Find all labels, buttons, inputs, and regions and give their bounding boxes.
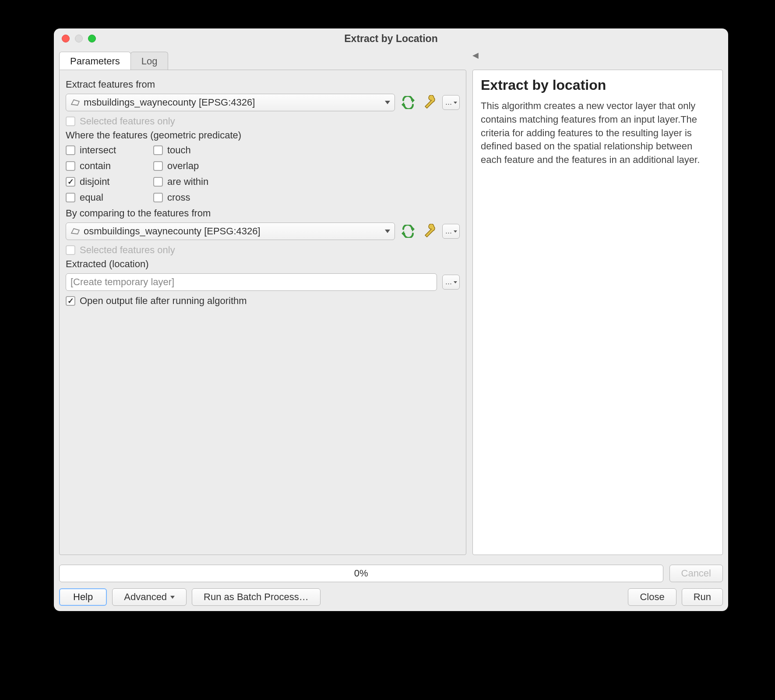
checkbox[interactable] <box>66 177 75 187</box>
checkbox-label: contain <box>80 160 111 172</box>
svg-marker-4 <box>412 226 415 232</box>
zoom-window-button[interactable] <box>88 35 96 42</box>
chevron-down-icon <box>385 230 390 233</box>
refresh-icon <box>401 225 416 238</box>
checkbox-label: disjoint <box>80 176 109 187</box>
upper-panes: Parameters Log Extract features from msb… <box>59 49 723 555</box>
selected-features-only-2: Selected features only <box>66 244 460 256</box>
refresh-icon <box>401 96 416 109</box>
checkbox-label: overlap <box>167 160 199 172</box>
selected-features-only-1: Selected features only <box>66 116 460 127</box>
output-placeholder: [Create temporary layer] <box>70 276 174 288</box>
checkbox-label: Selected features only <box>80 116 175 127</box>
checkbox <box>66 117 75 126</box>
chevron-down-icon <box>170 596 175 599</box>
checkbox[interactable] <box>153 145 163 155</box>
predicate-equal[interactable]: equal <box>66 192 136 203</box>
checkbox-label: touch <box>167 145 191 156</box>
checkbox <box>66 245 75 255</box>
checkbox[interactable] <box>66 145 75 155</box>
dialog-window: Extract by Location Parameters Log Extra… <box>54 28 728 611</box>
checkbox[interactable] <box>66 193 75 202</box>
predicate-label: Where the features (geometric predicate) <box>66 130 460 141</box>
iterate-features-button[interactable] <box>400 223 416 239</box>
svg-marker-3 <box>71 229 79 234</box>
run-batch-button[interactable]: Run as Batch Process… <box>192 588 321 606</box>
output-path-input[interactable]: [Create temporary layer] <box>66 273 437 291</box>
ellipsis-icon: … <box>445 278 452 286</box>
checkbox[interactable] <box>66 161 75 171</box>
compare-browse-button[interactable]: … <box>442 224 460 239</box>
checkbox-label: cross <box>167 192 190 203</box>
chevron-down-icon <box>454 230 457 233</box>
svg-marker-5 <box>402 231 404 236</box>
tab-bar: Parameters Log <box>59 49 466 70</box>
progress-bar: 0% <box>59 565 663 582</box>
wrench-icon <box>422 95 437 110</box>
run-button[interactable]: Run <box>682 588 723 606</box>
extract-from-value: msbuildings_waynecounty [EPSG:4326] <box>84 97 255 108</box>
svg-marker-0 <box>71 100 79 105</box>
help-button[interactable]: Help <box>59 588 107 606</box>
ellipsis-icon: … <box>445 99 452 106</box>
advanced-options-button[interactable] <box>421 95 437 110</box>
cancel-button: Cancel <box>669 565 723 582</box>
predicate-overlap[interactable]: overlap <box>153 160 241 172</box>
close-window-button[interactable] <box>62 35 70 42</box>
tab-parameters[interactable]: Parameters <box>59 52 131 70</box>
progress-text: 0% <box>354 568 368 579</box>
wrench-icon <box>422 224 437 239</box>
polygon-layer-icon <box>70 99 80 106</box>
predicate-disjoint[interactable]: disjoint <box>66 176 136 187</box>
collapse-help-icon[interactable]: ◀ <box>472 50 479 60</box>
predicate-cross[interactable]: cross <box>153 192 241 203</box>
help-pane: Extract by location This algorithm creat… <box>472 70 723 555</box>
parameters-panel: Extract features from msbuildings_waynec… <box>59 70 466 555</box>
help-title: Extract by location <box>481 77 715 93</box>
open-output-checkbox[interactable]: Open output file after running algorithm <box>66 295 460 307</box>
svg-marker-2 <box>402 102 404 107</box>
predicate-grid: intersect touch contain overlap disjoint… <box>66 145 460 203</box>
checkbox[interactable] <box>153 177 163 187</box>
compare-value: osmbuildings_waynecounty [EPSG:4326] <box>84 226 261 237</box>
checkbox-label: Open output file after running algorithm <box>80 295 247 307</box>
window-controls <box>62 35 96 42</box>
progress-row: 0% Cancel <box>59 565 723 582</box>
checkbox-label: Selected features only <box>80 244 175 256</box>
titlebar: Extract by Location <box>54 28 728 49</box>
extract-from-browse-button[interactable]: … <box>442 95 460 110</box>
chevron-down-icon <box>454 281 457 283</box>
advanced-options-button[interactable] <box>421 223 437 239</box>
svg-marker-1 <box>412 98 415 103</box>
checkbox[interactable] <box>66 296 75 306</box>
checkbox-label: equal <box>80 192 103 203</box>
minimize-window-button[interactable] <box>75 35 83 42</box>
checkbox-label: intersect <box>80 145 116 156</box>
help-body: This algorithm creates a new vector laye… <box>481 99 715 167</box>
ellipsis-icon: … <box>445 227 452 235</box>
close-button[interactable]: Close <box>628 588 676 606</box>
iterate-features-button[interactable] <box>400 95 416 110</box>
extract-from-label: Extract features from <box>66 79 460 90</box>
button-label: Advanced <box>124 591 167 603</box>
extract-from-combo[interactable]: msbuildings_waynecounty [EPSG:4326] <box>66 94 395 111</box>
advanced-button[interactable]: Advanced <box>112 588 187 606</box>
chevron-down-icon <box>385 101 390 104</box>
predicate-contain[interactable]: contain <box>66 160 136 172</box>
footer-buttons: Help Advanced Run as Batch Process… Clos… <box>59 588 723 606</box>
compare-label: By comparing to the features from <box>66 208 460 219</box>
predicate-intersect[interactable]: intersect <box>66 145 136 156</box>
output-browse-button[interactable]: … <box>442 275 460 290</box>
chevron-down-icon <box>454 102 457 104</box>
window-title: Extract by Location <box>54 33 728 45</box>
left-pane: Parameters Log Extract features from msb… <box>59 49 466 555</box>
tab-log[interactable]: Log <box>130 52 169 70</box>
compare-combo[interactable]: osmbuildings_waynecounty [EPSG:4326] <box>66 223 395 240</box>
checkbox-label: are within <box>167 176 208 187</box>
checkbox[interactable] <box>153 193 163 202</box>
checkbox[interactable] <box>153 161 163 171</box>
predicate-are-within[interactable]: are within <box>153 176 241 187</box>
predicate-touch[interactable]: touch <box>153 145 241 156</box>
polygon-layer-icon <box>70 228 80 235</box>
output-label: Extracted (location) <box>66 258 460 270</box>
